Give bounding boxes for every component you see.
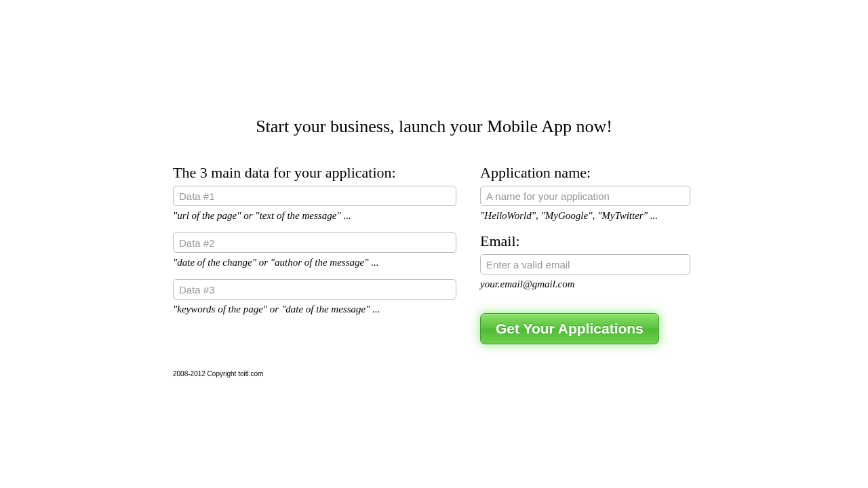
data-1-input[interactable] xyxy=(173,186,456,206)
data-3-input[interactable] xyxy=(173,279,456,300)
data-2-hint: "date of the change" or "author of the m… xyxy=(173,257,456,268)
email-hint: your.email@gmail.com xyxy=(480,279,690,290)
get-applications-button[interactable]: Get Your Applications xyxy=(480,313,659,344)
page-title: Start your business, launch your Mobile … xyxy=(173,117,695,137)
data-1-hint: "url of the page" or "text of the messag… xyxy=(173,210,456,222)
left-column: The 3 main data for your application: "u… xyxy=(173,164,456,344)
email-heading: Email: xyxy=(480,232,690,250)
appname-input[interactable] xyxy=(480,186,690,206)
data-section-heading: The 3 main data for your application: xyxy=(173,164,456,182)
right-column: Application name: "HelloWorld", "MyGoogl… xyxy=(480,164,690,344)
footer-copyright: 2008-2012 Copyright toitl.com xyxy=(173,370,695,378)
data-3-hint: "keywords of the page" or "date of the m… xyxy=(173,304,456,315)
email-input[interactable] xyxy=(480,254,690,274)
appname-heading: Application name: xyxy=(480,164,690,182)
appname-hint: "HelloWorld", "MyGoogle", "MyTwitter" ..… xyxy=(480,210,690,222)
data-2-input[interactable] xyxy=(173,232,456,253)
